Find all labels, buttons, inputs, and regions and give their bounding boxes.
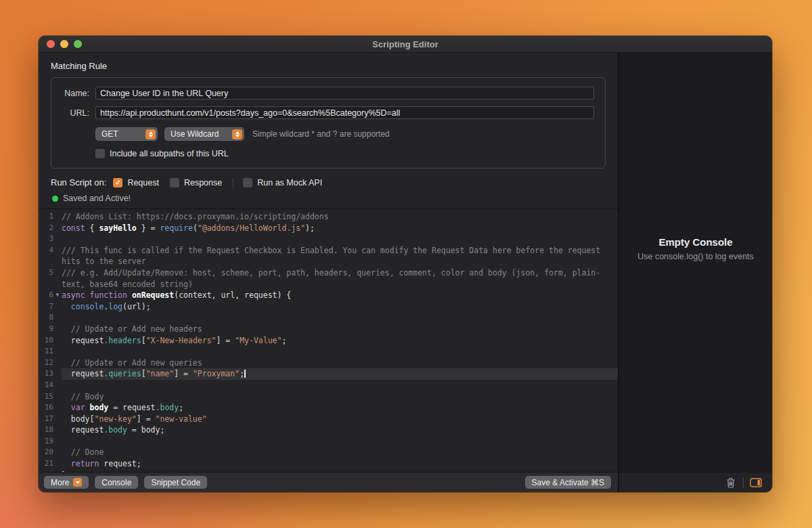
- line-number: 3: [39, 234, 53, 245]
- console-button[interactable]: Console: [95, 476, 138, 489]
- gutter-spacer: [53, 267, 62, 279]
- check-icon: ✓: [115, 179, 120, 186]
- line-number: 19: [39, 436, 53, 447]
- icon-divider: [743, 477, 744, 487]
- code-line: hits to the server: [39, 256, 618, 267]
- code-line: 9 // Update or Add new headers: [39, 324, 618, 335]
- code-text: hits to the server: [62, 256, 618, 267]
- code-text: async function onRequest(context, url, r…: [62, 290, 618, 301]
- code-line: 7 console.log(url);: [39, 301, 618, 313]
- console-empty-title: Empty Console: [637, 236, 754, 248]
- console-panel: Empty Console Use console.log() to log e…: [619, 53, 772, 472]
- code-line: 21 return request;: [39, 458, 618, 470]
- code-line: 19: [39, 436, 618, 447]
- line-number: 6: [39, 290, 53, 301]
- code-text: [62, 436, 618, 447]
- gutter-spacer: [53, 436, 62, 447]
- method-value: GET: [102, 129, 118, 139]
- minimize-button[interactable]: [60, 40, 68, 48]
- line-number: 17: [39, 414, 53, 425]
- code-text: [62, 312, 618, 324]
- code-line: 1// Addons List: https://docs.proxyman.i…: [39, 211, 618, 223]
- response-checkbox[interactable]: [170, 178, 179, 188]
- line-number: 16: [39, 402, 53, 414]
- code-line: 13 request.queries["name"] = "Proxyman";: [39, 368, 618, 380]
- code-lines: 1// Addons List: https://docs.proxyman.i…: [39, 211, 618, 472]
- code-text: // Addons List: https://docs.proxyman.io…: [62, 211, 618, 223]
- gutter-spacer: [53, 368, 62, 380]
- code-editor[interactable]: 1// Addons List: https://docs.proxyman.i…: [39, 208, 618, 472]
- line-number: 4: [39, 245, 53, 257]
- request-checkbox[interactable]: ✓: [113, 178, 122, 188]
- gutter-spacer: [53, 211, 62, 223]
- line-number: [39, 256, 53, 267]
- gutter-spacer: [53, 414, 62, 425]
- close-button[interactable]: [47, 40, 55, 48]
- zoom-button[interactable]: [74, 40, 82, 48]
- code-text: request.body = body;: [62, 424, 618, 436]
- code-text: [62, 346, 618, 357]
- subpaths-checkbox[interactable]: [95, 149, 105, 158]
- gutter-spacer: [53, 245, 62, 257]
- code-line: 6▼async function onRequest(context, url,…: [39, 290, 618, 301]
- code-line: 11: [39, 346, 618, 357]
- mock-api-checkbox[interactable]: [243, 178, 252, 188]
- gutter-spacer: [53, 402, 62, 414]
- more-button[interactable]: More: [44, 476, 89, 489]
- fold-arrow-icon[interactable]: ▼: [53, 290, 62, 301]
- snippet-code-button[interactable]: Snippet Code: [144, 476, 207, 489]
- code-line: 16 var body = request.body;: [39, 402, 618, 414]
- gutter-spacer: [53, 256, 62, 267]
- line-number: [39, 279, 53, 290]
- code-text: request.headers["X-New-Headers"] = "My-V…: [62, 335, 618, 347]
- wildcard-value: Use Wildcard: [171, 129, 219, 139]
- wildcard-dropdown[interactable]: Use Wildcard: [164, 127, 244, 141]
- name-label: Name:: [60, 89, 89, 98]
- line-number: 7: [39, 301, 53, 313]
- code-line: text, base64 encoded string): [39, 279, 618, 290]
- status-dot-icon: [52, 196, 58, 202]
- code-text: // Update or Add new headers: [62, 324, 618, 335]
- line-number: 18: [39, 424, 53, 436]
- gutter-spacer: [53, 357, 62, 369]
- line-number: 10: [39, 335, 53, 347]
- code-line: 12 // Update or Add new queries: [39, 357, 618, 369]
- run-script-row: Run Script on: ✓ Request Response Run as…: [51, 177, 618, 188]
- line-number: 2: [39, 223, 53, 234]
- run-script-option-request[interactable]: ✓ Request: [113, 178, 159, 188]
- code-line: 14: [39, 380, 618, 391]
- run-script-option-response[interactable]: Response: [170, 178, 222, 188]
- line-number: 14: [39, 380, 53, 391]
- gutter-spacer: [53, 312, 62, 324]
- status-row: Saved and Active!: [52, 194, 618, 203]
- code-text: var body = request.body;: [62, 402, 618, 414]
- chevron-updown-icon: [232, 129, 242, 139]
- code-line: 10 request.headers["X-New-Headers"] = "M…: [39, 335, 618, 347]
- window-title: Scripting Editor: [39, 39, 772, 49]
- code-text: // Done: [62, 447, 618, 458]
- code-text: // Body: [62, 391, 618, 403]
- console-empty-subtitle: Use console.log() to log events: [637, 252, 754, 261]
- matching-rule-box: Name: URL: GET Use Wildcard: [51, 77, 606, 169]
- sidebar-panel-icon[interactable]: [748, 476, 764, 489]
- run-script-label: Run Script on:: [51, 177, 106, 188]
- titlebar[interactable]: Scripting Editor: [39, 36, 772, 53]
- code-line: 4/// This func is called if the Request …: [39, 245, 618, 257]
- chevron-updown-icon: [145, 129, 156, 139]
- trash-icon[interactable]: [723, 476, 739, 489]
- code-text: console.log(url);: [62, 301, 618, 313]
- rule-url-input[interactable]: [95, 106, 594, 119]
- text-cursor: [244, 370, 246, 378]
- run-script-option-mock[interactable]: Run as Mock API: [243, 178, 322, 188]
- save-activate-button[interactable]: Save & Activate ⌘S: [525, 476, 611, 489]
- method-dropdown[interactable]: GET: [95, 127, 158, 141]
- chevron-down-icon: [73, 478, 82, 487]
- rule-name-input[interactable]: [95, 87, 594, 100]
- gutter-spacer: [53, 234, 62, 245]
- gutter-spacer: [53, 301, 62, 313]
- code-text: text, base64 encoded string): [62, 279, 618, 290]
- code-line: 18 request.body = body;: [39, 424, 618, 436]
- line-number: 21: [39, 458, 53, 470]
- traffic-lights: [39, 40, 82, 48]
- subpaths-label: Include all subpaths of this URL: [110, 149, 229, 158]
